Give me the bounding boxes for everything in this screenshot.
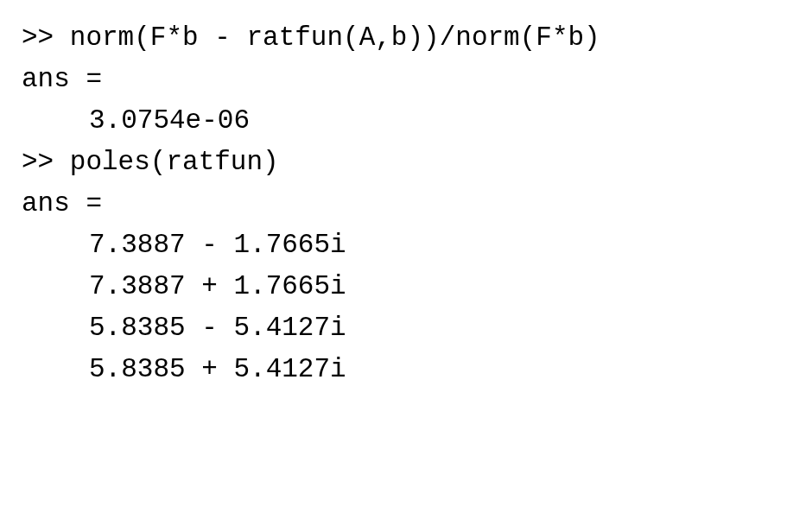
pole-value-3: 5.8385 - 5.4127i — [22, 307, 790, 349]
pole-value-1: 7.3887 - 1.7665i — [22, 225, 790, 266]
pole-value-4: 5.8385 + 5.4127i — [22, 349, 790, 390]
ans-label-2: ans = — [22, 183, 790, 225]
command-line-1: >> norm(F*b - ratfun(A,b))/norm(F*b) — [22, 17, 790, 59]
ans-value-1: 3.0754e-06 — [22, 100, 790, 142]
ans-label-1: ans = — [22, 59, 790, 100]
pole-value-2: 7.3887 + 1.7665i — [22, 266, 790, 307]
command-line-2: >> poles(ratfun) — [22, 142, 790, 183]
